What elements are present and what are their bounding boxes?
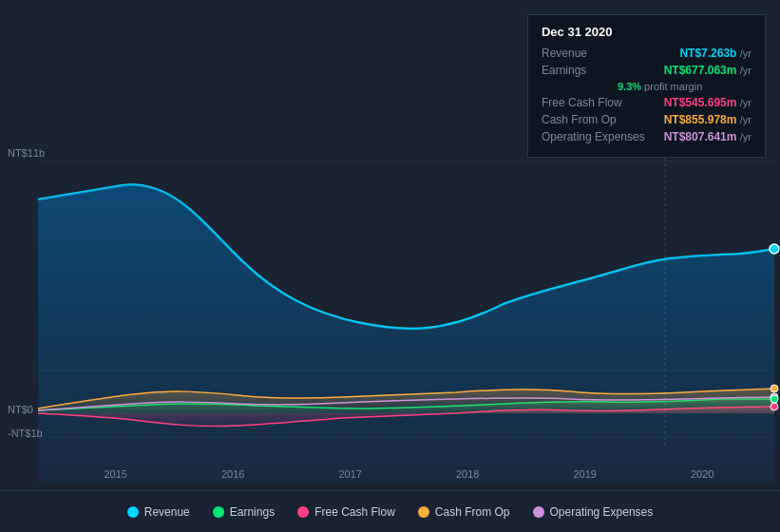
legend-fcf-label: Free Cash Flow	[314, 505, 395, 519]
tooltip-earnings-value: NT$677.063m /yr	[664, 64, 751, 77]
legend-cashop-dot	[418, 506, 429, 518]
legend-cashop[interactable]: Cash From Op	[418, 505, 510, 519]
x-label-2020: 2020	[691, 468, 713, 480]
tooltip-earnings-label: Earnings	[542, 64, 586, 77]
legend-revenue-label: Revenue	[144, 505, 190, 519]
tooltip-opex-label: Operating Expenses	[542, 130, 645, 143]
legend-revenue-dot	[127, 506, 139, 518]
tooltip-fcf-label: Free Cash Flow	[542, 96, 622, 109]
legend-opex-dot	[533, 506, 544, 518]
legend-cashop-label: Cash From Op	[435, 505, 510, 519]
svg-point-8	[770, 395, 778, 403]
legend-earnings-label: Earnings	[230, 505, 275, 519]
legend-earnings-dot	[213, 506, 224, 518]
tooltip-opex-value: NT$807.641m /yr	[664, 130, 751, 143]
chart-legend: Revenue Earnings Free Cash Flow Cash Fro…	[0, 490, 780, 532]
tooltip-date: Dec 31 2020	[542, 25, 751, 39]
x-label-2017: 2017	[339, 468, 362, 480]
tooltip-fcf-value: NT$545.695m /yr	[664, 96, 751, 109]
tooltip-cashop-label: Cash From Op	[542, 113, 617, 126]
svg-point-5	[770, 385, 778, 392]
y-label-mid: NT$0	[8, 404, 33, 415]
legend-revenue[interactable]: Revenue	[127, 505, 190, 519]
legend-opex-label: Operating Expenses	[550, 505, 654, 519]
tooltip-opex-row: Operating Expenses NT$807.641m /yr	[542, 130, 751, 143]
x-label-2019: 2019	[574, 468, 597, 480]
y-label-bot: -NT$1b	[8, 428, 43, 439]
tooltip-margin-sub: 9.3% profit margin	[542, 81, 751, 92]
legend-fcf-dot	[297, 506, 309, 518]
chart-tooltip: Dec 31 2020 Revenue NT$7.263b /yr Earnin…	[527, 14, 766, 158]
legend-opex[interactable]: Operating Expenses	[533, 505, 654, 519]
tooltip-revenue-row: Revenue NT$7.263b /yr	[542, 47, 751, 60]
svg-point-7	[770, 403, 778, 410]
x-label-2016: 2016	[221, 468, 244, 480]
tooltip-revenue-label: Revenue	[542, 47, 587, 60]
legend-earnings[interactable]: Earnings	[213, 505, 275, 519]
tooltip-cashop-value: NT$855.978m /yr	[664, 113, 751, 126]
x-label-2015: 2015	[105, 468, 127, 480]
svg-point-4	[770, 244, 779, 254]
tooltip-revenue-value: NT$7.263b /yr	[679, 47, 751, 60]
tooltip-cashop-row: Cash From Op NT$855.978m /yr	[542, 113, 751, 126]
tooltip-fcf-row: Free Cash Flow NT$545.695m /yr	[542, 96, 751, 109]
y-label-top: NT$11b	[8, 147, 45, 159]
tooltip-earnings-row: Earnings NT$677.063m /yr	[542, 64, 751, 77]
legend-fcf[interactable]: Free Cash Flow	[297, 505, 395, 519]
x-label-2018: 2018	[456, 468, 479, 480]
